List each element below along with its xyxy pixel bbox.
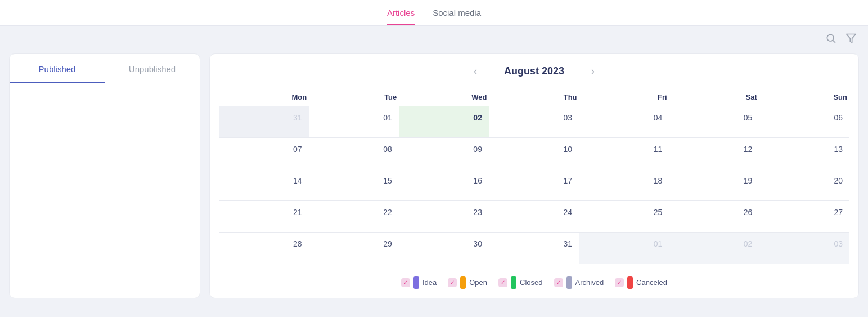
- calendar-day[interactable]: 01: [579, 233, 669, 264]
- calendar-week-row: 31010203040506: [219, 106, 849, 138]
- legend-canceled-label: Canceled: [636, 278, 667, 287]
- calendar-day[interactable]: 15: [309, 169, 399, 201]
- legend-canceled-color: [627, 276, 633, 289]
- legend-open-check[interactable]: ✓: [448, 278, 457, 287]
- legend-archived: ✓ Archived: [554, 276, 604, 289]
- legend-closed-check[interactable]: ✓: [498, 278, 507, 287]
- calendar-day[interactable]: 31: [489, 233, 579, 264]
- calendar-legend: ✓ Idea ✓ Open ✓ Closed ✓ Archived ✓: [219, 272, 849, 289]
- tab-published[interactable]: Published: [10, 54, 105, 83]
- prev-month-button[interactable]: ‹: [469, 63, 482, 79]
- calendar-day[interactable]: 10: [489, 138, 579, 169]
- calendar-week-row: 21222324252627: [219, 201, 849, 233]
- calendar-day[interactable]: 27: [759, 201, 849, 233]
- legend-closed-label: Closed: [520, 278, 542, 287]
- col-mon: Mon: [219, 88, 309, 106]
- calendar-day[interactable]: 30: [399, 233, 489, 264]
- legend-idea-check[interactable]: ✓: [401, 278, 410, 287]
- col-fri: Fri: [579, 88, 669, 106]
- calendar-day[interactable]: 14: [219, 169, 309, 201]
- col-wed: Wed: [399, 88, 489, 106]
- calendar-day[interactable]: 31: [219, 106, 309, 138]
- calendar-day[interactable]: 07: [219, 138, 309, 169]
- calendar-day[interactable]: 16: [399, 169, 489, 201]
- calendar-day[interactable]: 09: [399, 138, 489, 169]
- calendar-day[interactable]: 17: [489, 169, 579, 201]
- left-panel: Published Unpublished: [9, 53, 200, 298]
- calendar-week-row: 28293031010203: [219, 233, 849, 264]
- calendar-day[interactable]: 11: [579, 138, 669, 169]
- col-sun: Sun: [759, 88, 849, 106]
- calendar-day[interactable]: 19: [669, 169, 759, 201]
- legend-idea: ✓ Idea: [401, 276, 437, 289]
- calendar-day[interactable]: 13: [759, 138, 849, 169]
- legend-idea-color: [413, 276, 419, 289]
- legend-open: ✓ Open: [448, 276, 487, 289]
- calendar-day[interactable]: 24: [489, 201, 579, 233]
- svg-line-1: [833, 41, 835, 43]
- calendar-day[interactable]: 20: [759, 169, 849, 201]
- legend-closed: ✓ Closed: [498, 276, 542, 289]
- calendar-day[interactable]: 03: [759, 233, 849, 264]
- legend-canceled: ✓ Canceled: [615, 276, 667, 289]
- col-tue: Tue: [309, 88, 399, 106]
- next-month-button[interactable]: ›: [587, 63, 599, 79]
- calendar-day[interactable]: 01: [309, 106, 399, 138]
- legend-idea-label: Idea: [422, 278, 437, 287]
- calendar-panel: ‹ August 2023 › Mon Tue Wed Thu Fri Sat …: [209, 53, 859, 298]
- toolbar: [0, 26, 868, 53]
- calendar-day[interactable]: 04: [579, 106, 669, 138]
- calendar-day[interactable]: 25: [579, 201, 669, 233]
- main-content: Published Unpublished ‹ August 2023 › Mo…: [0, 53, 868, 307]
- calendar-week-row: 14151617181920: [219, 169, 849, 201]
- calendar-day[interactable]: 03: [489, 106, 579, 138]
- calendar-day[interactable]: 29: [309, 233, 399, 264]
- calendar-day[interactable]: 02: [399, 106, 489, 138]
- legend-archived-color: [566, 276, 572, 289]
- tab-articles[interactable]: Articles: [387, 8, 415, 25]
- calendar-day[interactable]: 21: [219, 201, 309, 233]
- calendar-day[interactable]: 18: [579, 169, 669, 201]
- svg-point-0: [827, 34, 834, 41]
- legend-canceled-check[interactable]: ✓: [615, 278, 624, 287]
- filter-icon[interactable]: [845, 33, 857, 47]
- legend-archived-label: Archived: [575, 278, 604, 287]
- calendar-day[interactable]: 26: [669, 201, 759, 233]
- calendar-title: August 2023: [504, 65, 564, 77]
- calendar-header-row: Mon Tue Wed Thu Fri Sat Sun: [219, 88, 849, 106]
- top-tabs-bar: Articles Social media: [0, 0, 868, 26]
- tab-unpublished[interactable]: Unpublished: [105, 54, 200, 83]
- calendar-day[interactable]: 08: [309, 138, 399, 169]
- calendar-day[interactable]: 06: [759, 106, 849, 138]
- svg-marker-2: [847, 34, 856, 43]
- legend-open-color: [460, 276, 466, 289]
- legend-open-label: Open: [469, 278, 487, 287]
- calendar-day[interactable]: 05: [669, 106, 759, 138]
- calendar-grid: Mon Tue Wed Thu Fri Sat Sun 310102030405…: [219, 88, 849, 264]
- calendar-day[interactable]: 22: [309, 201, 399, 233]
- calendar-day[interactable]: 12: [669, 138, 759, 169]
- col-thu: Thu: [489, 88, 579, 106]
- legend-closed-color: [511, 276, 516, 289]
- left-tabs: Published Unpublished: [10, 54, 200, 83]
- calendar-header: ‹ August 2023 ›: [219, 63, 849, 79]
- col-sat: Sat: [669, 88, 759, 106]
- calendar-day[interactable]: 02: [669, 233, 759, 264]
- legend-archived-check[interactable]: ✓: [554, 278, 563, 287]
- calendar-day[interactable]: 23: [399, 201, 489, 233]
- calendar-week-row: 07080910111213: [219, 138, 849, 169]
- search-icon[interactable]: [825, 33, 836, 47]
- tab-social-media[interactable]: Social media: [433, 8, 481, 25]
- calendar-day[interactable]: 28: [219, 233, 309, 264]
